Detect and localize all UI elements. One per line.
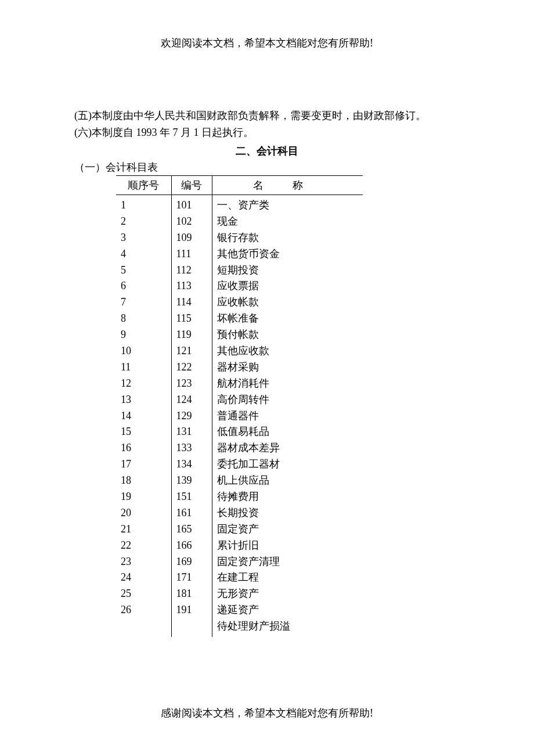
code-item: 139 — [176, 473, 207, 489]
seq-item: 4 — [121, 246, 167, 262]
seq-item: 24 — [121, 570, 167, 586]
code-item: 171 — [176, 570, 207, 586]
cell-seq: 1234567891011121314151617181920212223242… — [116, 195, 171, 638]
seq-item: 6 — [121, 278, 167, 294]
code-item: 151 — [176, 489, 207, 505]
name-item: 应收票据 — [217, 278, 359, 294]
seq-item: 2 — [121, 214, 167, 230]
name-item: 银行存款 — [217, 230, 359, 246]
seq-item: 19 — [121, 489, 167, 505]
name-item: 器材采购 — [217, 359, 359, 376]
seq-item: 23 — [121, 554, 167, 570]
name-item: 应收帐款 — [217, 294, 359, 311]
name-item: 预付帐款 — [217, 327, 359, 343]
code-item: 114 — [176, 294, 207, 311]
seq-item: 10 — [121, 343, 167, 359]
content-area: (五)本制度由中华人民共和国财政部负责解释，需要变更时，由财政部修订。 (六)本… — [0, 50, 534, 637]
name-item: 待处理财产损溢 — [217, 618, 359, 635]
category-header: 一、资产类 — [217, 197, 359, 214]
name-item: 短期投资 — [217, 262, 359, 279]
cell-name: 一、资产类现金银行存款其他货币资金短期投资应收票据应收帐款坏帐准备预付帐款其他应… — [212, 195, 363, 638]
header-seq: 顺序号 — [116, 176, 171, 195]
seq-item: 9 — [121, 327, 167, 343]
account-table-wrapper: 顺序号 编号 名称 123456789101112131415161718192… — [116, 175, 460, 637]
name-item: 累计折旧 — [217, 538, 359, 554]
name-item: 器材成本差异 — [217, 440, 359, 456]
seq-item: 15 — [121, 424, 167, 440]
name-item: 固定资产清理 — [217, 554, 359, 570]
code-item: 181 — [176, 586, 207, 602]
code-item: 113 — [176, 278, 207, 294]
code-item: 165 — [176, 521, 207, 538]
seq-item: 12 — [121, 376, 167, 392]
code-item: 129 — [176, 408, 207, 424]
name-item: 固定资产 — [217, 521, 359, 538]
name-item: 长期投资 — [217, 505, 359, 521]
name-item: 待摊费用 — [217, 489, 359, 505]
name-item: 坏帐准备 — [217, 311, 359, 327]
section-title: 二、会计科目 — [74, 144, 460, 158]
code-item: 133 — [176, 440, 207, 456]
code-item: 102 — [176, 214, 207, 230]
seq-item: 17 — [121, 456, 167, 473]
code-item: 161 — [176, 505, 207, 521]
code-item: 112 — [176, 262, 207, 279]
code-item: 119 — [176, 327, 207, 343]
seq-item: 8 — [121, 311, 167, 327]
header-name: 名称 — [212, 176, 363, 195]
name-item: 无形资产 — [217, 586, 359, 602]
cell-code: 1011021091111121131141151191211221231241… — [171, 195, 212, 638]
header-note: 欢迎阅读本文档，希望本文档能对您有所帮助! — [0, 0, 534, 50]
seq-item: 16 — [121, 440, 167, 456]
seq-item: 25 — [121, 586, 167, 602]
name-item: 高价周转件 — [217, 392, 359, 408]
code-item: 134 — [176, 456, 207, 473]
seq-item: 21 — [121, 521, 167, 538]
name-item: 委托加工器材 — [217, 456, 359, 473]
table-header-row: 顺序号 编号 名称 — [116, 176, 363, 195]
seq-item: 14 — [121, 408, 167, 424]
seq-item: 26 — [121, 602, 167, 618]
seq-item: 7 — [121, 294, 167, 311]
name-item: 机上供应品 — [217, 473, 359, 489]
account-table: 顺序号 编号 名称 123456789101112131415161718192… — [116, 175, 363, 637]
seq-item: 3 — [121, 230, 167, 246]
seq-item: 1 — [121, 197, 167, 214]
name-item: 在建工程 — [217, 570, 359, 586]
code-item: 115 — [176, 311, 207, 327]
name-item: 普通器件 — [217, 408, 359, 424]
seq-item: 13 — [121, 392, 167, 408]
name-item: 航材消耗件 — [217, 376, 359, 392]
header-code: 编号 — [171, 176, 212, 195]
code-item: 124 — [176, 392, 207, 408]
seq-item: 22 — [121, 538, 167, 554]
seq-item: 20 — [121, 505, 167, 521]
name-item: 现金 — [217, 214, 359, 230]
table-row: 1234567891011121314151617181920212223242… — [116, 195, 363, 638]
code-item: 101 — [176, 197, 207, 214]
code-item: 122 — [176, 359, 207, 376]
name-item: 递延资产 — [217, 602, 359, 618]
name-item: 其他应收款 — [217, 343, 359, 359]
footer-note: 感谢阅读本文档，希望本文档能对您有所帮助! — [0, 706, 534, 720]
name-item: 其他货币资金 — [217, 246, 359, 262]
seq-item: 18 — [121, 473, 167, 489]
code-item: 111 — [176, 246, 207, 262]
code-item: 166 — [176, 538, 207, 554]
code-item: 131 — [176, 424, 207, 440]
subsection-title: （一）会计科目表 — [74, 160, 460, 174]
code-item: 169 — [176, 554, 207, 570]
code-item: 123 — [176, 376, 207, 392]
paragraph-5: (五)本制度由中华人民共和国财政部负责解释，需要变更时，由财政部修订。 — [74, 108, 460, 124]
paragraph-6: (六)本制度自 1993 年 7 月 1 日起执行。 — [74, 125, 460, 141]
seq-item: 11 — [121, 359, 167, 376]
code-item: 191 — [176, 602, 207, 618]
seq-item: 5 — [121, 262, 167, 279]
code-item: 109 — [176, 230, 207, 246]
code-item: 121 — [176, 343, 207, 359]
name-item: 低值易耗品 — [217, 424, 359, 440]
